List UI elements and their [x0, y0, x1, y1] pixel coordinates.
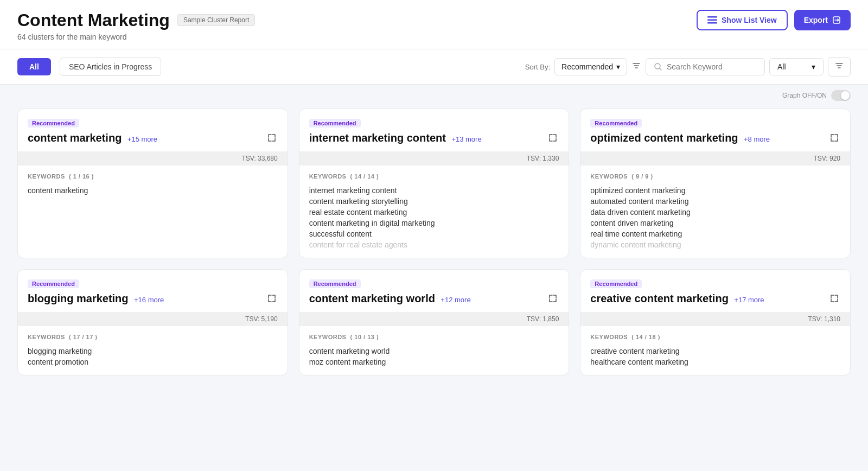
keyword-item: healthcare content marketing [590, 357, 840, 367]
expand-button[interactable] [828, 292, 840, 307]
svg-rect-1 [707, 20, 717, 21]
keyword-item: real time content marketing [590, 228, 840, 239]
cluster-card: Recommended content marketing world +12 … [299, 269, 570, 375]
expand-icon [267, 294, 277, 303]
tsv-value: TSV: 5,190 [18, 312, 288, 326]
card-title: internet marketing content [309, 132, 446, 144]
keywords-label: KEYWORDS ( 1 / 16 ) [28, 173, 278, 180]
recommended-badge: Recommended [28, 119, 79, 128]
toolbar: All SEO Articles in Progress Sort By: Re… [0, 49, 868, 85]
filter-button[interactable] [828, 57, 851, 77]
expand-icon [548, 294, 558, 303]
keyword-item: creative content marketing [590, 346, 840, 357]
keyword-item: internet marketing content [309, 185, 559, 196]
card-title: optimized content marketing [590, 132, 738, 144]
cards-grid: Recommended content marketing +15 more T… [0, 103, 868, 393]
expand-icon [267, 133, 277, 143]
card-body: KEYWORDS ( 1 / 16 ) content marketing [18, 166, 288, 203]
toggle-knob [841, 91, 850, 100]
card-header: Recommended content marketing +15 more [18, 109, 288, 151]
recommended-badge: Recommended [590, 119, 642, 128]
search-input[interactable] [667, 62, 754, 71]
cluster-card: Recommended internet marketing content +… [299, 109, 570, 258]
keywords-label: KEYWORDS ( 10 / 13 ) [309, 334, 559, 340]
list-icon [707, 16, 717, 24]
tsv-value: TSV: 1,850 [299, 312, 569, 326]
filter-icon [835, 61, 844, 70]
tsv-value: TSV: 920 [580, 151, 850, 166]
tsv-value: TSV: 33,680 [18, 151, 288, 166]
keywords-label: KEYWORDS ( 14 / 14 ) [309, 173, 559, 180]
keyword-list: content marketing [28, 185, 278, 196]
more-tag: +8 more [744, 135, 770, 143]
tab-seo-articles[interactable]: SEO Articles in Progress [60, 58, 161, 76]
keywords-label: KEYWORDS ( 17 / 17 ) [28, 334, 278, 340]
keyword-list: optimized content marketingautomated con… [590, 185, 840, 250]
keyword-item: content promotion [28, 357, 278, 367]
expand-button[interactable] [266, 132, 278, 146]
recommended-badge: Recommended [309, 279, 361, 288]
keywords-count: ( 14 / 18 ) [631, 334, 660, 340]
expand-button[interactable] [547, 132, 559, 146]
keyword-item: blogging marketing [28, 346, 278, 357]
keyword-item: content marketing [28, 185, 278, 196]
subtitle: 64 clusters for the main keyword [17, 33, 851, 41]
keyword-item: content for real estate agents [309, 239, 559, 250]
keyword-item: content marketing in digital marketing [309, 218, 559, 228]
expand-button[interactable] [828, 132, 840, 146]
keyword-list: internet marketing contentcontent market… [309, 185, 559, 250]
keywords-count: ( 14 / 14 ) [350, 173, 379, 180]
expand-button[interactable] [547, 292, 559, 307]
sample-badge: Sample Cluster Report [177, 14, 255, 26]
tsv-value: TSV: 1,330 [299, 151, 569, 166]
card-body: KEYWORDS ( 14 / 18 ) creative content ma… [580, 326, 850, 375]
filter-dropdown[interactable]: All ▾ [769, 58, 824, 75]
card-title: content marketing world [309, 292, 435, 304]
keyword-item: moz content marketing [309, 357, 559, 367]
card-title: blogging marketing [28, 292, 129, 304]
card-header: Recommended blogging marketing +16 more [18, 270, 288, 312]
cluster-card: Recommended creative content marketing +… [580, 269, 851, 375]
card-body: KEYWORDS ( 9 / 9 ) optimized content mar… [580, 166, 850, 258]
list-view-button[interactable]: Show List View [697, 10, 788, 30]
expand-icon [829, 294, 839, 303]
more-tag: +12 more [441, 296, 470, 304]
keyword-item: real estate content marketing [309, 207, 559, 218]
more-tag: +17 more [734, 296, 764, 304]
card-body: KEYWORDS ( 14 / 14 ) internet marketing … [299, 166, 569, 258]
svg-rect-0 [707, 16, 717, 18]
card-header: Recommended content marketing world +12 … [299, 270, 569, 312]
cluster-card: Recommended blogging marketing +16 more … [17, 269, 288, 375]
sort-select[interactable]: Recommended ▾ [554, 58, 627, 75]
expand-button[interactable] [266, 292, 278, 307]
keyword-item: successful content [309, 228, 559, 239]
keywords-label: KEYWORDS ( 14 / 18 ) [590, 334, 840, 340]
card-title: content marketing [28, 132, 122, 144]
card-header: Recommended internet marketing content +… [299, 109, 569, 151]
export-button[interactable]: Export [794, 10, 851, 30]
sort-area: Sort By: Recommended ▾ All ▾ [525, 57, 851, 77]
page-header: Content Marketing Sample Cluster Report … [0, 0, 868, 49]
graph-toggle-switch[interactable] [831, 90, 851, 101]
keyword-item: content marketing world [309, 346, 559, 357]
recommended-badge: Recommended [590, 279, 642, 288]
sort-order-icon[interactable] [631, 61, 641, 73]
search-icon [654, 62, 662, 71]
keyword-item: automated content marketing [590, 196, 840, 207]
keyword-item: dynamic content marketing [590, 239, 840, 250]
keyword-list: creative content marketinghealthcare con… [590, 346, 840, 367]
keyword-list: blogging marketingcontent promotion [28, 346, 278, 367]
svg-rect-2 [707, 22, 717, 24]
graph-toggle-label: Graph OFF/ON [782, 92, 827, 99]
tsv-value: TSV: 1,310 [580, 312, 850, 326]
recommended-badge: Recommended [309, 119, 361, 128]
search-box[interactable] [646, 58, 765, 75]
keywords-count: ( 17 / 17 ) [69, 334, 98, 340]
tab-all[interactable]: All [17, 58, 51, 75]
sort-label: Sort By: [525, 63, 550, 71]
keywords-count: ( 1 / 16 ) [69, 173, 94, 180]
cluster-card: Recommended optimized content marketing … [580, 109, 851, 258]
keywords-count: ( 9 / 9 ) [631, 173, 653, 180]
keyword-item: content marketing storytelling [309, 196, 559, 207]
graph-toggle-area: Graph OFF/ON [0, 85, 868, 103]
